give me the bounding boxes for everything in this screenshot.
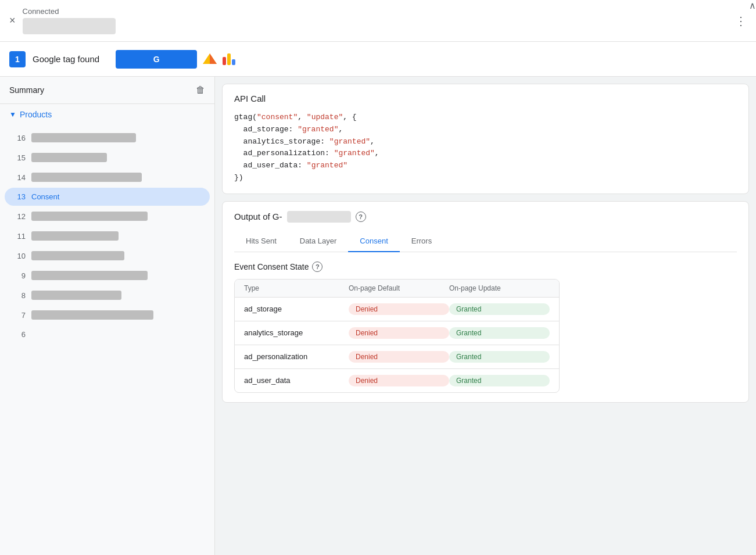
list-item[interactable]: 10	[5, 246, 210, 265]
col-type: Type	[244, 284, 349, 292]
table-row: ad_user_data Denied Granted	[235, 369, 559, 392]
item-number: 15	[14, 153, 26, 162]
section-header: API Call ∧	[234, 94, 737, 112]
clear-icon[interactable]: 🗑	[196, 85, 205, 95]
google-ads-icon[interactable]	[202, 51, 218, 67]
tag-badge: 1	[9, 51, 26, 67]
status-badge-denied: Denied	[349, 351, 449, 363]
tag-icons: G	[116, 50, 235, 69]
status-badge-denied: Denied	[349, 303, 449, 315]
list-item[interactable]: 9	[5, 266, 210, 285]
code-text: ,	[298, 113, 307, 121]
table-header: Type On-page Default On-page Update	[235, 280, 559, 298]
code-text: ,	[338, 125, 343, 134]
list-item[interactable]: 11	[5, 227, 210, 245]
code-val: "granted"	[329, 137, 370, 146]
output-tabs: Hits Sent Data Layer Consent Errors	[234, 231, 737, 252]
item-bar	[31, 251, 124, 260]
table-row: analytics_storage Denied Granted	[235, 321, 559, 345]
summary-label: Summary	[9, 85, 44, 95]
code-text: ad_personalization:	[234, 149, 334, 157]
main-layout: Summary 🗑 ▼ Products 16 15 14	[0, 77, 756, 555]
item-bar	[31, 153, 107, 162]
output-id	[287, 211, 351, 223]
list-item[interactable]: 7	[5, 306, 210, 324]
item-bar	[31, 212, 148, 221]
code-text: ad_user_data:	[234, 161, 307, 170]
item-number: 14	[14, 173, 26, 182]
sidebar-items: 16 15 14 13 Consent 12	[0, 125, 214, 347]
top-bar-left: × Connected	[9, 7, 116, 34]
page-title: Google tag found	[33, 54, 99, 64]
list-item[interactable]: 15	[5, 148, 210, 167]
sidebar-summary: Summary 🗑	[0, 77, 214, 104]
code-text: ad_storage:	[234, 125, 298, 134]
status-badge-granted: Granted	[449, 351, 550, 363]
api-call-title: API Call	[234, 94, 266, 103]
chevron-down-icon: ▼	[9, 110, 16, 119]
main-content: API Call ∧ gtag("consent", "update", { a…	[215, 77, 756, 555]
item-number: 12	[14, 212, 26, 221]
sidebar: Summary 🗑 ▼ Products 16 15 14	[0, 77, 215, 555]
code-text: gtag(	[234, 113, 257, 121]
code-arg2: "update"	[307, 113, 343, 121]
list-item[interactable]: 16	[5, 128, 210, 147]
item-number: 6	[14, 330, 26, 339]
table-row: ad_personalization Denied Granted	[235, 345, 559, 369]
google-analytics-icon[interactable]	[223, 53, 235, 65]
item-number: 8	[14, 291, 26, 300]
products-label: Products	[20, 110, 52, 119]
more-icon[interactable]: ⋮	[735, 14, 747, 28]
code-text: })	[234, 173, 243, 182]
consent-type: ad_personalization	[244, 352, 349, 361]
consent-section: Event Consent State ? Type On-page Defau…	[234, 262, 737, 393]
col-update: On-page Update	[449, 284, 550, 292]
close-icon[interactable]: ×	[9, 15, 16, 27]
tab-data-layer[interactable]: Data Layer	[288, 231, 349, 252]
list-item[interactable]: 6	[5, 325, 210, 343]
status-badge-granted: Granted	[449, 303, 550, 315]
item-number: 10	[14, 252, 26, 260]
products-header[interactable]: ▼ Products	[0, 104, 214, 125]
code-val: "granted"	[307, 161, 347, 170]
list-item[interactable]: 8	[5, 286, 210, 305]
output-title: Output of G-	[234, 212, 282, 221]
item-bar	[31, 173, 142, 182]
consent-table: Type On-page Default On-page Update ad_s…	[234, 279, 560, 393]
item-bar	[31, 310, 153, 320]
code-arg1: "consent"	[257, 113, 298, 121]
item-bar	[31, 231, 119, 241]
item-bar	[31, 271, 148, 280]
tab-hits-sent[interactable]: Hits Sent	[234, 231, 288, 252]
status-badge-denied: Denied	[349, 327, 449, 339]
list-item[interactable]: 12	[5, 207, 210, 225]
sidebar-item-consent[interactable]: 13 Consent	[5, 188, 210, 206]
tab-consent[interactable]: Consent	[348, 231, 399, 252]
tab-errors[interactable]: Errors	[400, 231, 443, 252]
code-block: gtag("consent", "update", { ad_storage: …	[234, 112, 737, 184]
svg-marker-1	[210, 53, 217, 64]
col-default: On-page Default	[349, 284, 449, 292]
code-text: analytics_storage:	[234, 137, 329, 146]
status-badge-granted: Granted	[449, 327, 550, 339]
connection-status: Connected	[23, 7, 116, 16]
gtag-icon: G	[153, 55, 160, 64]
item-number: 13	[14, 192, 26, 201]
item-bar	[31, 133, 136, 142]
item-bar	[31, 291, 121, 300]
consent-help-icon[interactable]: ?	[312, 262, 323, 272]
api-call-card: API Call ∧ gtag("consent", "update", { a…	[222, 84, 749, 194]
help-icon[interactable]: ?	[356, 212, 366, 222]
code-text: ,	[375, 149, 379, 157]
item-number: 9	[14, 271, 26, 280]
code-val: "granted"	[298, 125, 338, 134]
consent-type: analytics_storage	[244, 328, 349, 337]
list-item[interactable]: 14	[5, 168, 210, 187]
gtag-button[interactable]: G	[116, 50, 197, 69]
top-bar-input	[23, 18, 116, 34]
status-badge-denied: Denied	[349, 375, 449, 386]
item-number: 11	[14, 232, 26, 241]
table-row: ad_storage Denied Granted	[235, 298, 559, 321]
output-card: Output of G- ? Hits Sent Data Layer Cons…	[222, 201, 749, 403]
header-row: 1 Google tag found G	[0, 42, 756, 77]
